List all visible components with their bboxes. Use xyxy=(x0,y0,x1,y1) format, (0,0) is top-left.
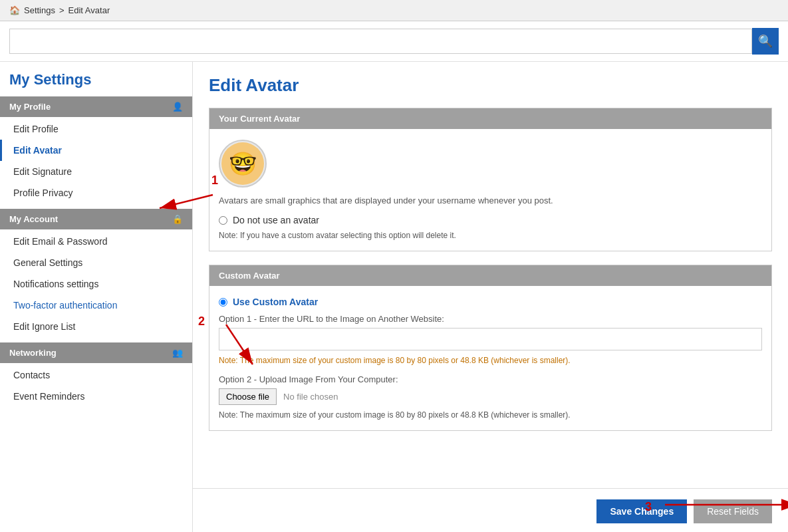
networking-icon: 👥 xyxy=(172,348,183,358)
save-changes-button[interactable]: Save Changes xyxy=(596,499,687,523)
sidebar-item-edit-email[interactable]: Edit Email & Password xyxy=(0,231,192,252)
settings-link[interactable]: Settings xyxy=(24,5,55,15)
search-button[interactable]: 🔍 xyxy=(752,28,779,55)
content-area: Edit Avatar Your Current Avatar 🤓 Avatar… xyxy=(193,62,788,532)
lock-icon: 🔒 xyxy=(172,214,183,224)
avatar-image: 🤓 xyxy=(219,140,267,188)
sidebar-section-my-profile: My Profile 👤 xyxy=(0,96,192,117)
no-avatar-row: Do not use an avatar xyxy=(219,215,762,225)
no-avatar-radio[interactable] xyxy=(219,216,227,225)
upload-row: Choose file No file chosen xyxy=(219,388,762,405)
sidebar-section-networking: Networking 👥 xyxy=(0,342,192,363)
sidebar-item-contacts[interactable]: Contacts xyxy=(0,364,192,386)
use-custom-radio[interactable] xyxy=(219,298,227,307)
sidebar-item-general-settings[interactable]: General Settings xyxy=(0,252,192,273)
note-max-size: Note: The maximum size of your custom im… xyxy=(219,356,762,365)
search-bar: 🔍 xyxy=(0,21,788,62)
no-avatar-label[interactable]: Do not use an avatar xyxy=(233,215,319,225)
avatar-description: Avatars are small graphics that are disp… xyxy=(219,196,762,205)
use-custom-row: Use Custom Avatar xyxy=(219,297,762,307)
section-label-networking: Networking xyxy=(9,348,57,358)
custom-avatar-body: Use Custom Avatar Option 1 - Enter the U… xyxy=(209,286,771,430)
sidebar-section-my-account: My Account 🔒 xyxy=(0,209,192,229)
sidebar-item-edit-signature[interactable]: Edit Signature xyxy=(0,161,192,182)
choose-file-button[interactable]: Choose file xyxy=(219,388,277,405)
option1-label: Option 1 - Enter the URL to the Image on… xyxy=(219,314,762,324)
no-avatar-note: Note: If you have a custom avatar select… xyxy=(219,231,762,240)
note-max-size2: Note: The maximum size of your custom im… xyxy=(219,410,762,420)
profile-icon: 👤 xyxy=(172,102,183,112)
sidebar-item-edit-avatar[interactable]: Edit Avatar xyxy=(0,140,192,161)
sidebar-item-ignore-list[interactable]: Edit Ignore List xyxy=(0,316,192,337)
annotation-2: 2 xyxy=(198,315,205,329)
page-title: Edit Avatar xyxy=(209,75,772,96)
breadcrumb-chevron: > xyxy=(59,5,65,15)
custom-avatar-section: Custom Avatar Use Custom Avatar Option 1… xyxy=(209,265,772,431)
sidebar-title: My Settings xyxy=(0,71,192,96)
sidebar-item-edit-profile[interactable]: Edit Profile xyxy=(0,118,192,140)
current-avatar-section: Your Current Avatar 🤓 Avatars are small … xyxy=(209,108,772,251)
sidebar-item-notifications[interactable]: Notifications settings xyxy=(0,273,192,295)
use-custom-label[interactable]: Use Custom Avatar xyxy=(233,297,318,307)
sidebar-item-profile-privacy[interactable]: Profile Privacy xyxy=(0,182,192,203)
sidebar-item-two-factor[interactable]: Two-factor authentication xyxy=(0,295,192,316)
breadcrumb: 🏠 Settings > Edit Avatar xyxy=(0,0,788,21)
home-icon: 🏠 xyxy=(9,5,20,15)
sidebar-item-event-reminders[interactable]: Event Reminders xyxy=(0,386,192,407)
current-avatar-header: Your Current Avatar xyxy=(209,108,771,129)
custom-avatar-header: Custom Avatar xyxy=(209,265,771,286)
main-layout: My Settings My Profile 👤 Edit Profile Ed… xyxy=(0,62,788,532)
no-file-text: No file chosen xyxy=(283,392,338,402)
current-avatar-body: 🤓 Avatars are small graphics that are di… xyxy=(209,129,771,251)
sidebar: My Settings My Profile 👤 Edit Profile Ed… xyxy=(0,62,193,532)
option2-label: Option 2 - Upload Image From Your Comput… xyxy=(219,374,762,384)
search-input[interactable] xyxy=(9,29,752,54)
avatar-face: 🤓 xyxy=(221,142,264,185)
url-input[interactable] xyxy=(219,328,762,350)
action-bar: 3 Save Changes Reset Fields xyxy=(193,488,788,532)
reset-fields-button[interactable]: Reset Fields xyxy=(694,499,772,523)
section-label-my-profile: My Profile xyxy=(9,102,51,112)
section-label-my-account: My Account xyxy=(9,214,58,224)
current-page-label: Edit Avatar xyxy=(68,5,110,15)
